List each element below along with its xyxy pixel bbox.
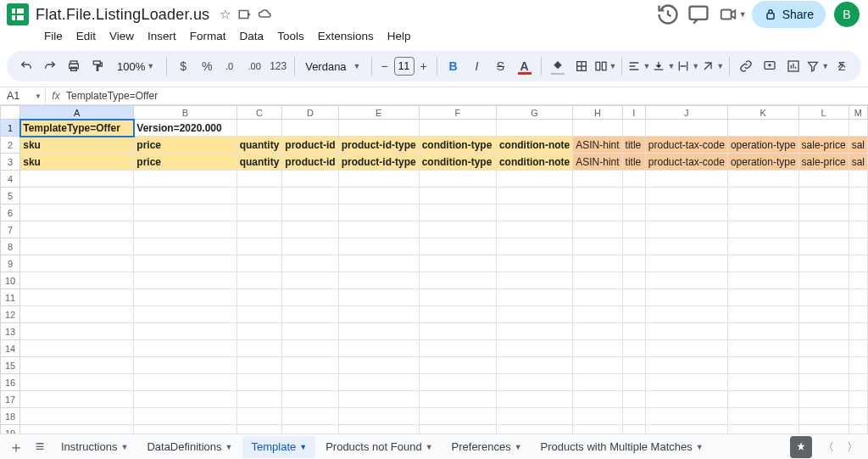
cell-K8[interactable]	[727, 238, 798, 255]
filter-button[interactable]: ▼	[806, 55, 829, 77]
cell-E16[interactable]	[338, 374, 419, 391]
cell-D3[interactable]: product-id	[282, 154, 338, 171]
redo-button[interactable]	[39, 55, 61, 77]
cell-L1[interactable]	[798, 120, 849, 137]
cell-C19[interactable]	[236, 425, 282, 434]
cell-F2[interactable]: condition-type	[419, 137, 496, 154]
cell-A15[interactable]	[20, 357, 134, 374]
font-increase-button[interactable]: +	[416, 59, 431, 73]
cell-H13[interactable]	[573, 323, 622, 340]
cell-L16[interactable]	[798, 374, 849, 391]
cell-I12[interactable]	[622, 306, 645, 323]
cell-E13[interactable]	[338, 323, 419, 340]
cell-J10[interactable]	[645, 272, 727, 289]
decimal-decrease-button[interactable]: .0	[220, 55, 242, 77]
cell-G15[interactable]	[496, 357, 572, 374]
cell-K5[interactable]	[727, 188, 798, 204]
cell-A1[interactable]: TemplateType=Offer	[20, 120, 134, 137]
cell-J19[interactable]	[645, 425, 727, 434]
cell-C18[interactable]	[236, 408, 282, 425]
move-icon[interactable]	[237, 7, 253, 22]
cell-E14[interactable]	[338, 340, 419, 357]
cell-A14[interactable]	[20, 340, 134, 357]
v-align-button[interactable]: ▼	[652, 55, 675, 77]
cell-H6[interactable]	[573, 204, 622, 221]
cell-F19[interactable]	[419, 425, 496, 434]
paint-format-button[interactable]	[86, 55, 108, 77]
cell-K2[interactable]: operation-type	[727, 137, 798, 154]
h-align-button[interactable]: ▼	[627, 55, 650, 77]
cell-B7[interactable]	[134, 221, 236, 238]
cell-H1[interactable]	[573, 120, 622, 137]
cell-D18[interactable]	[282, 408, 338, 425]
cell-E6[interactable]	[338, 204, 419, 221]
row-header-10[interactable]: 10	[1, 272, 20, 289]
cell-M9[interactable]	[849, 255, 867, 272]
cell-J8[interactable]	[645, 238, 727, 255]
menu-insert[interactable]: Insert	[141, 28, 183, 44]
fill-color-button[interactable]	[547, 55, 569, 77]
cloud-status-icon[interactable]	[258, 7, 273, 22]
cell-B4[interactable]	[134, 171, 236, 188]
cell-G11[interactable]	[496, 289, 572, 306]
cell-M14[interactable]	[849, 340, 867, 357]
cell-G13[interactable]	[496, 323, 572, 340]
cell-L17[interactable]	[798, 391, 849, 408]
cell-M3[interactable]: sal	[849, 154, 867, 171]
row-header-1[interactable]: 1	[1, 120, 20, 137]
cell-C2[interactable]: quantity	[236, 137, 282, 154]
menu-help[interactable]: Help	[381, 28, 418, 44]
cell-F4[interactable]	[419, 171, 496, 188]
cell-L18[interactable]	[798, 408, 849, 425]
cell-C4[interactable]	[236, 171, 282, 188]
cell-G9[interactable]	[496, 255, 572, 272]
cell-H16[interactable]	[573, 374, 622, 391]
cell-C1[interactable]	[236, 120, 282, 137]
col-header-C[interactable]: C	[236, 106, 282, 120]
cell-J12[interactable]	[645, 306, 727, 323]
cell-J9[interactable]	[645, 255, 727, 272]
menu-extensions[interactable]: Extensions	[311, 28, 381, 44]
cell-K3[interactable]: operation-type	[727, 154, 798, 171]
share-button[interactable]: Share	[752, 1, 826, 28]
cell-F16[interactable]	[419, 374, 496, 391]
cell-E17[interactable]	[338, 391, 419, 408]
cell-L3[interactable]: sale-price	[798, 154, 849, 171]
cell-A10[interactable]	[20, 272, 134, 289]
col-header-I[interactable]: I	[622, 106, 645, 120]
cell-C6[interactable]	[236, 204, 282, 221]
rotate-button[interactable]: ▼	[701, 55, 724, 77]
scroll-sheets-right-button[interactable]: 〉	[841, 436, 863, 458]
cell-B17[interactable]	[134, 391, 236, 408]
cell-H4[interactable]	[573, 171, 622, 188]
cell-H18[interactable]	[573, 408, 622, 425]
row-header-4[interactable]: 4	[1, 171, 20, 188]
cell-A7[interactable]	[20, 221, 134, 238]
cell-H5[interactable]	[573, 188, 622, 204]
cell-E19[interactable]	[338, 425, 419, 434]
meet-button[interactable]: ▼	[719, 5, 747, 24]
cell-F11[interactable]	[419, 289, 496, 306]
cell-B3[interactable]: price	[134, 154, 236, 171]
more-formats-button[interactable]: 123	[267, 55, 289, 77]
scroll-sheets-left-button[interactable]: 〈	[817, 436, 839, 458]
cell-D1[interactable]	[282, 120, 338, 137]
percent-button[interactable]: %	[196, 55, 218, 77]
cell-B16[interactable]	[134, 374, 236, 391]
cell-J2[interactable]: product-tax-code	[645, 137, 727, 154]
cell-F18[interactable]	[419, 408, 496, 425]
decimal-increase-button[interactable]: .00	[243, 55, 265, 77]
cell-I18[interactable]	[622, 408, 645, 425]
wrap-button[interactable]: ▼	[676, 55, 699, 77]
cell-G19[interactable]	[496, 425, 572, 434]
cell-L19[interactable]	[798, 425, 849, 434]
explore-button[interactable]	[790, 436, 812, 458]
cell-L13[interactable]	[798, 323, 849, 340]
comment-icon[interactable]	[687, 3, 710, 26]
col-header-F[interactable]: F	[419, 106, 496, 120]
cell-K15[interactable]	[727, 357, 798, 374]
cell-A11[interactable]	[20, 289, 134, 306]
row-header-17[interactable]: 17	[1, 391, 20, 408]
cell-E2[interactable]: product-id-type	[338, 137, 419, 154]
cell-K14[interactable]	[727, 340, 798, 357]
